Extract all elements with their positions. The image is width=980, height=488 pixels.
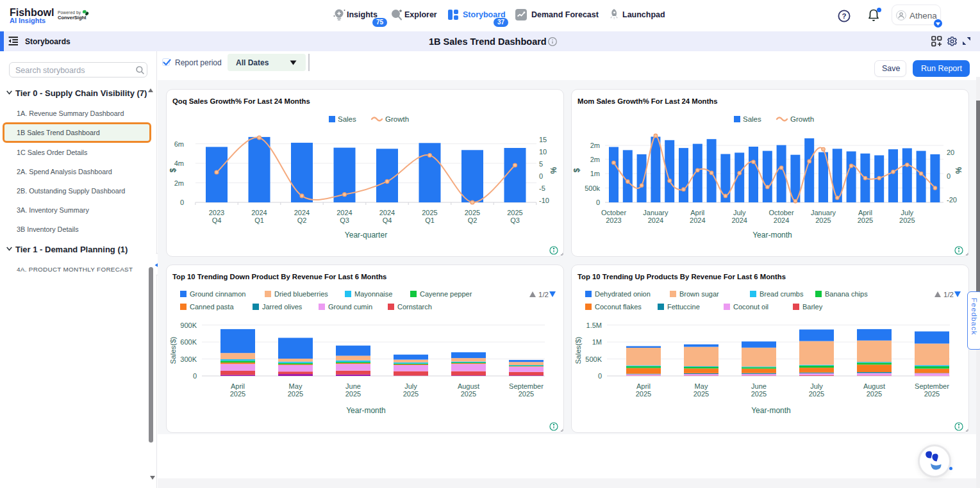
svg-text:2024: 2024	[690, 216, 705, 224]
svg-text:$: $	[572, 168, 581, 172]
svg-text:Fettuccine: Fettuccine	[667, 303, 700, 311]
svg-text:Sales: Sales	[338, 115, 356, 123]
svg-text:2025: 2025	[858, 216, 873, 224]
svg-text:0: 0	[539, 172, 543, 180]
svg-text:May: May	[289, 382, 303, 390]
svg-text:500K: 500K	[585, 355, 602, 363]
svg-text:500k: 500k	[585, 184, 600, 192]
svg-text:2025: 2025	[403, 390, 419, 398]
svg-text:2024: 2024	[774, 216, 789, 224]
svg-text:2025: 2025	[751, 390, 767, 398]
svg-text:2m: 2m	[590, 156, 600, 163]
svg-text:2025: 2025	[924, 390, 940, 398]
svg-text:Dried blueberries: Dried blueberries	[274, 290, 328, 298]
svg-text:0: 0	[180, 199, 184, 206]
svg-text:September: September	[915, 382, 949, 390]
svg-text:%: %	[549, 167, 558, 174]
svg-text:2025: 2025	[461, 390, 476, 398]
svg-text:Ground cumin: Ground cumin	[328, 303, 372, 311]
svg-text:1M: 1M	[592, 338, 602, 346]
svg-text:2025: 2025	[465, 209, 480, 216]
svg-text:$: $	[169, 168, 178, 172]
svg-text:Q1: Q1	[425, 216, 435, 224]
svg-text:Q1: Q1	[254, 216, 264, 224]
svg-text:2024: 2024	[379, 209, 395, 216]
svg-text:-20: -20	[947, 196, 957, 204]
svg-text:Sales($): Sales($)	[574, 336, 582, 364]
svg-text:Barley: Barley	[802, 303, 823, 311]
svg-text:-10: -10	[539, 197, 549, 204]
svg-text:4m: 4m	[174, 159, 184, 167]
svg-text:Q2: Q2	[297, 216, 307, 224]
svg-text:0: 0	[947, 172, 951, 180]
svg-text:July: July	[404, 382, 417, 390]
svg-text:2023: 2023	[606, 216, 621, 224]
svg-text:Sales: Sales	[743, 115, 761, 123]
svg-text:Sales($): Sales($)	[169, 336, 177, 364]
svg-text:-5: -5	[539, 184, 545, 192]
svg-text:Q2: Q2	[468, 216, 478, 224]
svg-text:2025: 2025	[422, 209, 437, 216]
svg-text:6m: 6m	[174, 140, 184, 148]
svg-text:September: September	[509, 382, 544, 390]
svg-text:2025: 2025	[507, 209, 522, 216]
svg-text:Canned pasta: Canned pasta	[190, 303, 234, 311]
svg-text:Coconut flakes: Coconut flakes	[595, 303, 642, 311]
svg-text:January: January	[811, 209, 836, 216]
svg-text:0: 0	[598, 372, 602, 380]
svg-text:April: April	[858, 209, 872, 216]
svg-text:Ground cinnamon: Ground cinnamon	[190, 290, 245, 298]
svg-text:Brown sugar: Brown sugar	[679, 290, 719, 298]
svg-text:5: 5	[539, 160, 543, 168]
svg-text:June: June	[751, 382, 767, 390]
svg-text:Q3: Q3	[510, 216, 520, 224]
svg-text:2m: 2m	[174, 179, 184, 187]
svg-text:Q4: Q4	[212, 216, 222, 224]
svg-text:2023: 2023	[209, 209, 224, 216]
svg-text:Cornstarch: Cornstarch	[397, 303, 432, 311]
svg-text:2024: 2024	[294, 209, 310, 216]
svg-text:October: October	[601, 209, 626, 216]
svg-text:2025: 2025	[809, 390, 824, 398]
svg-text:2024: 2024	[731, 216, 747, 224]
svg-text:2m: 2m	[590, 142, 600, 149]
svg-text:Mayonnaise: Mayonnaise	[354, 290, 392, 298]
svg-text:15: 15	[539, 136, 547, 143]
svg-text:10: 10	[539, 148, 547, 156]
svg-text:July: July	[810, 382, 823, 390]
svg-text:2025: 2025	[867, 390, 882, 398]
svg-text:Growth: Growth	[790, 115, 814, 123]
svg-text:Growth: Growth	[385, 115, 409, 123]
svg-text:20: 20	[947, 149, 954, 156]
svg-text:Top 10 Trending Up Products By: Top 10 Trending Up Products By Revenue F…	[577, 273, 786, 281]
svg-text:Qoq Sales Growth% For Last 24: Qoq Sales Growth% For Last 24 Months	[172, 97, 310, 105]
svg-text:2025: 2025	[693, 390, 709, 398]
svg-text:Year-month: Year-month	[752, 231, 792, 240]
svg-text:Bread crumbs: Bread crumbs	[760, 290, 804, 298]
svg-text:2024: 2024	[251, 209, 267, 216]
svg-text:2024: 2024	[648, 216, 663, 224]
svg-text:Cayenne pepper: Cayenne pepper	[420, 290, 472, 298]
svg-text:?: ?	[842, 12, 846, 20]
svg-text:0: 0	[193, 372, 197, 380]
svg-text:%: %	[954, 167, 963, 174]
svg-text:August: August	[863, 382, 885, 390]
svg-text:April: April	[690, 209, 704, 216]
svg-text:2025: 2025	[519, 390, 534, 398]
svg-text:1/2: 1/2	[538, 291, 549, 298]
svg-text:900K: 900K	[180, 321, 197, 329]
svg-text:Year-month: Year-month	[751, 406, 791, 415]
svg-text:July: July	[733, 209, 746, 216]
svg-text:2024: 2024	[336, 209, 352, 216]
svg-text:Year-quarter: Year-quarter	[345, 231, 387, 240]
svg-text:April: April	[636, 382, 651, 390]
svg-text:October: October	[769, 209, 794, 216]
svg-text:0: 0	[596, 199, 600, 206]
svg-text:June: June	[345, 382, 361, 390]
svg-text:1.5M: 1.5M	[586, 321, 602, 329]
svg-text:May: May	[695, 382, 708, 390]
svg-text:January: January	[643, 209, 669, 216]
svg-text:2025: 2025	[345, 390, 361, 398]
svg-text:Year-month: Year-month	[346, 406, 386, 415]
svg-text:2025: 2025	[815, 216, 831, 224]
